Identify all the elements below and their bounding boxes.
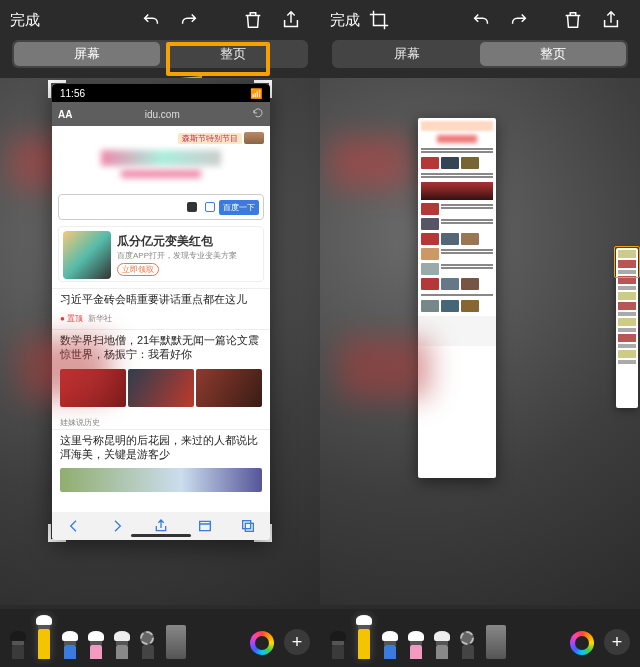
trash-icon[interactable] [562, 9, 584, 31]
marker-tool-pink[interactable] [88, 631, 104, 659]
blurred-logo [58, 150, 264, 190]
news-title: 数学界扫地僧，21年默默无闻一篇论文震惊世界，杨振宁：我看好你 [60, 334, 262, 362]
banner-text: 森斯节特别节目 [178, 133, 242, 144]
safari-toolbar [52, 512, 270, 540]
left-topbar: 完成 [0, 0, 320, 40]
news-source: 娃妹说历史 [60, 418, 100, 427]
ruler-tool[interactable] [486, 625, 506, 659]
undo-icon[interactable] [470, 9, 492, 31]
text-size-icon: AA [58, 109, 72, 120]
reload-icon [252, 107, 264, 121]
pen-tool[interactable] [330, 631, 346, 659]
undo-icon[interactable] [140, 9, 162, 31]
minimap-viewport-indicator[interactable] [614, 246, 640, 278]
add-shape-button[interactable]: + [604, 629, 630, 655]
eraser-tool[interactable] [434, 631, 450, 659]
markup-toolbar: + [320, 609, 640, 667]
fullpage-preview[interactable] [418, 118, 496, 478]
status-time: 11:56 [60, 88, 85, 99]
news-item: 这里号称昆明的后花园，来过的人都说比洱海美，关键是游客少 [52, 429, 270, 466]
seg-full-page[interactable]: 整页 [160, 42, 306, 66]
news-item: 习近平金砖会晤重要讲话重点都在这儿 ● 置顶 新华社 [52, 288, 270, 329]
safari-urlbar: AA idu.com [52, 102, 270, 126]
svg-rect-1 [246, 523, 254, 531]
promo-card: 瓜分亿元变美红包 百度APP打开，发现专业变美方案 立即领取 [58, 226, 264, 282]
news-source: 新华社 [88, 314, 112, 323]
seg-screen[interactable]: 屏幕 [14, 42, 160, 66]
promo-cta: 立即领取 [117, 263, 159, 276]
redo-icon[interactable] [178, 9, 200, 31]
marker-tool-yellow[interactable] [36, 615, 52, 659]
marker-tool-blue[interactable] [62, 631, 78, 659]
news-image-row [60, 369, 262, 407]
share-icon [153, 518, 169, 534]
done-button[interactable]: 完成 [10, 11, 40, 30]
promo-title: 瓜分亿元变美红包 [117, 233, 253, 250]
camera-icon [205, 202, 215, 212]
screenshot-preview[interactable]: 11:56 📶 AA idu.com 森斯节特别节目 百度 [52, 84, 270, 540]
mic-icon [187, 202, 197, 212]
forward-icon [109, 518, 125, 534]
share-icon[interactable] [280, 9, 302, 31]
marker-tool-yellow[interactable] [356, 615, 372, 659]
lasso-tool[interactable] [460, 631, 476, 659]
promo-image [63, 231, 111, 279]
segmented-control[interactable]: 屏幕 整页 [332, 40, 628, 68]
color-picker-icon[interactable] [250, 631, 274, 655]
news-title: 习近平金砖会晤重要讲话重点都在这儿 [60, 293, 262, 307]
search-button: 百度一下 [219, 200, 259, 215]
news-tag: ● 置顶 [60, 314, 83, 323]
crop-icon[interactable] [368, 9, 390, 31]
svg-rect-0 [243, 521, 251, 529]
canvas-area[interactable]: 11:56 📶 AA idu.com 森斯节特别节目 百度 [0, 78, 320, 605]
color-picker-icon[interactable] [570, 631, 594, 655]
top-banner: 森斯节特别节目 [58, 130, 264, 146]
search-bar: 百度一下 [58, 194, 264, 220]
canvas-area[interactable] [320, 78, 640, 605]
news-item: 数学界扫地僧，21年默默无闻一篇论文震惊世界，杨振宁：我看好你 [52, 329, 270, 366]
news-title: 这里号称昆明的后花园，来过的人都说比洱海美，关键是游客少 [60, 434, 262, 462]
segmented-control[interactable]: 屏幕 整页 [12, 40, 308, 68]
panorama-image [60, 468, 262, 492]
marker-tool-pink[interactable] [408, 631, 424, 659]
eraser-tool[interactable] [114, 631, 130, 659]
home-indicator [131, 534, 191, 537]
marker-tool-blue[interactable] [382, 631, 398, 659]
share-icon[interactable] [600, 9, 622, 31]
redo-icon[interactable] [508, 9, 530, 31]
done-button[interactable]: 完成 [330, 11, 360, 30]
seg-screen[interactable]: 屏幕 [334, 42, 480, 66]
right-topbar: 完成 [320, 0, 640, 40]
status-signal-icon: 📶 [250, 88, 262, 99]
seg-full-page[interactable]: 整页 [480, 42, 626, 66]
promo-subtitle: 百度APP打开，发现专业变美方案 [117, 250, 253, 261]
ruler-tool[interactable] [166, 625, 186, 659]
pen-tool[interactable] [10, 631, 26, 659]
add-shape-button[interactable]: + [284, 629, 310, 655]
markup-toolbar: + [0, 609, 320, 667]
phone-statusbar: 11:56 📶 [52, 84, 270, 102]
url-text: idu.com [72, 109, 252, 120]
bookmarks-icon [197, 518, 213, 534]
tabs-icon [240, 518, 256, 534]
trash-icon[interactable] [242, 9, 264, 31]
lasso-tool[interactable] [140, 631, 156, 659]
back-icon [66, 518, 82, 534]
